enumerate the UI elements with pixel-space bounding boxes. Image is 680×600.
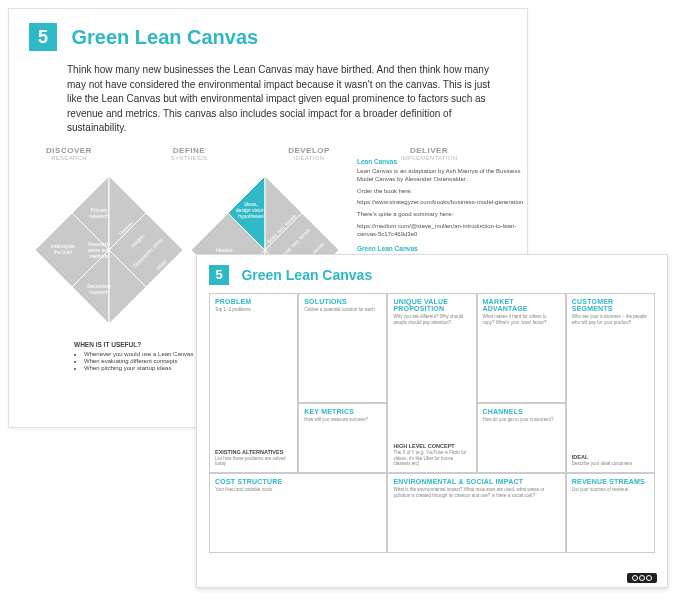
sidenote-text: Lean Canvas is an adaptation by Ash Maur… [357, 168, 537, 184]
phase-develop: DEVELOP IDEATION [279, 146, 339, 161]
cell-market: MARKET ADVANTAGE What makes it hard for … [477, 293, 566, 403]
cell-sub: Describe your ideal customers [572, 461, 649, 467]
lbl-primary: Primaryresearch [89, 207, 109, 219]
page2-number-badge: 5 [209, 265, 229, 285]
page1-intro: Think how many new businesses the Lean C… [67, 63, 497, 136]
sidenote-link: https://medium.com/@steve_mullen/an-intr… [357, 223, 537, 239]
page1-number-badge: 5 [29, 23, 57, 51]
cell-heading: PROBLEM [215, 298, 292, 305]
cell-heading: UNIQUE VALUE PROPOSITION [393, 298, 470, 312]
sidenote-heading-lean: Lean Canvas [357, 158, 537, 166]
page2-title: Green Lean Canvas [241, 265, 372, 285]
lbl-research-areas: Researchareas andmethods [88, 241, 110, 259]
cell-subheading: EXISTING ALTERNATIVES [215, 449, 292, 455]
cell-env: ENVIRONMENTAL & SOCIAL IMPACT What is th… [387, 473, 565, 553]
cell-heading: KEY METRICS [304, 408, 381, 415]
phase-sub: RESEARCH [39, 155, 99, 161]
cell-cost: COST STRUCTURE Your fixed and variable c… [209, 473, 387, 553]
cell-subheading: IDEAL [572, 454, 649, 460]
cc-license-icon [627, 573, 657, 583]
sidenote-heading-green: Green Lean Canvas [357, 245, 537, 253]
lean-canvas-grid: PROBLEM Top 1–3 problems EXISTING ALTERN… [209, 293, 655, 553]
cell-solutions: SOLUTIONS Outline a potential solution f… [298, 293, 387, 403]
cell-sub: What makes it hard for others to copy? W… [483, 314, 560, 325]
sidenote-link: https://www.strategyzer.com/books/busine… [357, 199, 537, 207]
cell-sub: How do you get to your customers? [483, 417, 560, 423]
phase-discover: DISCOVER RESEARCH [39, 146, 99, 161]
cell-segments: CUSTOMER SEGMENTS Who are your customers… [566, 293, 655, 473]
cell-sub: Why you are different? Why should people… [393, 314, 470, 325]
page-2: 5 Green Lean Canvas PROBLEM Top 1–3 prob… [196, 254, 668, 588]
cell-heading: SOLUTIONS [304, 298, 381, 305]
cell-channels: CHANNELS How do you get to your customer… [477, 403, 566, 473]
lbl-interrogate: Interrogatethe brief [51, 243, 75, 255]
cell-sub: List how these problems are solved today [215, 456, 292, 467]
cell-sub: Your fixed and variable costs [215, 487, 381, 493]
cell-heading: MARKET ADVANTAGE [483, 298, 560, 312]
phase-sub: IDEATION [279, 155, 339, 161]
cell-sub: List your sources of revenue [572, 487, 649, 493]
cell-sub: Outline a potential solution for each [304, 307, 381, 313]
cell-heading: CUSTOMER SEGMENTS [572, 298, 649, 312]
phase-define: DEFINE SYNTHESIS [159, 146, 219, 161]
phase-name: DEVELOP [279, 146, 339, 155]
cell-subheading: HIGH LEVEL CONCEPT [393, 443, 470, 449]
cell-sub: Top 1–3 problems [215, 307, 292, 313]
lbl-ideation: Ideation [216, 247, 234, 253]
phase-name: DISCOVER [39, 146, 99, 155]
cell-heading: REVENUE STREAMS [572, 478, 649, 485]
phase-name: DEFINE [159, 146, 219, 155]
cell-heading: COST STRUCTURE [215, 478, 381, 485]
cell-sub: How will you measure success? [304, 417, 381, 423]
cell-metrics: KEY METRICS How will you measure success… [298, 403, 387, 473]
lbl-secondary: Secondaryresearch [87, 283, 111, 295]
cell-heading: CHANNELS [483, 408, 560, 415]
page1-title: Green Lean Canvas [71, 23, 258, 51]
sidenote-text: Order the book here: [357, 188, 537, 196]
cell-revenue: REVENUE STREAMS List your sources of rev… [566, 473, 655, 553]
cell-sub: Who are your customers – the people who … [572, 314, 649, 325]
phase-sub: SYNTHESIS [159, 155, 219, 161]
cell-heading: ENVIRONMENTAL & SOCIAL IMPACT [393, 478, 559, 485]
cell-uvp: UNIQUE VALUE PROPOSITION Why you are dif… [387, 293, 476, 473]
cell-sub: What is the environmental impact? What r… [393, 487, 559, 498]
sidenote-text: There's quite a good summary here: [357, 211, 537, 219]
cell-sub: The X of Y (e.g. YouTube is Flickr for v… [393, 450, 470, 467]
cell-problem: PROBLEM Top 1–3 problems EXISTING ALTERN… [209, 293, 298, 473]
